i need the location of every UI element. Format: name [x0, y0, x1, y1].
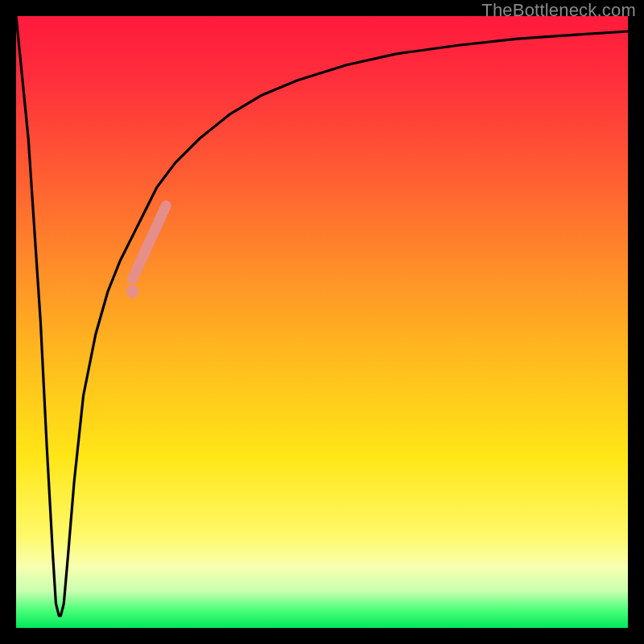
chart-frame: TheBottleneck.com	[0, 0, 644, 644]
highlight-dot	[126, 285, 138, 298]
highlight-segment	[132, 206, 166, 279]
plot-area	[16, 16, 628, 628]
bottleneck-curve	[16, 16, 628, 616]
chart-svg	[16, 16, 628, 628]
